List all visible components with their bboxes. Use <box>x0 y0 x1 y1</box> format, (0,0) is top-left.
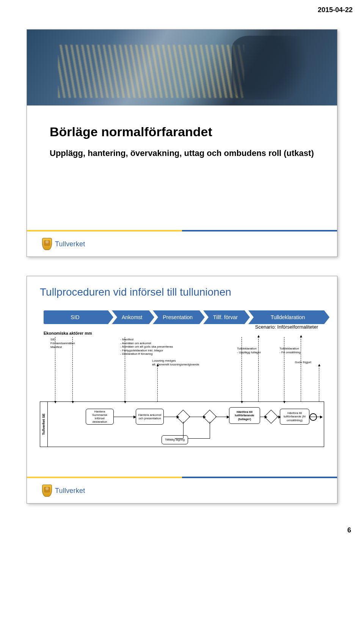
crest-icon <box>42 238 52 250</box>
ekon-aktorer-label: Ekonomiska aktörer mm <box>44 331 92 335</box>
dash-arrow-icon <box>72 337 73 401</box>
sid-text-stack: SID Förhandsanmälan Manifest <box>50 338 75 349</box>
process-box-2: Hantera ankomst och presentation <box>136 409 164 425</box>
manifest-text-stack: - Manifest - Anmälan om ankomst - Anmäla… <box>120 338 173 356</box>
gods-frigjord-text: Gods frigjort <box>295 361 311 364</box>
tulldek-right-stack: Tulldeklaration - Fri omsättning <box>279 347 301 354</box>
dash-arrow-icon <box>258 337 259 401</box>
chevron-tillf-forvar: Tillf. förvar <box>203 310 245 324</box>
slide-2: Tullproceduren vid införsel till tulluni… <box>27 276 337 504</box>
man-l1: - Manifest <box>120 338 173 342</box>
dash-arrow-icon <box>301 337 301 401</box>
flow-arrow-icon <box>277 417 281 417</box>
tdr-l1: Tulldeklaration <box>279 347 301 351</box>
dash-arrow-icon <box>125 337 125 401</box>
slide1-title: Börläge normalförfarandet <box>50 124 314 139</box>
lossning-text: Lossning medges alt. Generellt lossnings… <box>152 359 199 366</box>
slide1-hero-image <box>27 30 337 105</box>
chevron-sid: SID <box>44 310 108 324</box>
sid-l3: Manifest <box>50 345 75 349</box>
lane-label: Tullverket SE <box>40 402 48 447</box>
lane-label-text: Tullverket SE <box>42 414 46 435</box>
logo-text: Tullverket <box>55 240 85 248</box>
chevron-ankomst: Ankomst <box>112 310 149 324</box>
page-date: 2015-04-22 <box>0 0 364 18</box>
logo-text: Tullverket <box>55 487 85 495</box>
tullverket-logo: Tullverket <box>42 238 85 250</box>
flow-connector-icon <box>188 438 210 439</box>
flow-arrow-icon <box>309 417 322 417</box>
tdr-l2: - Fri omsättning <box>279 351 301 354</box>
flow-connector-icon <box>175 438 183 439</box>
end-event-icon <box>309 413 317 421</box>
flow-arrow-icon <box>164 417 179 417</box>
flow-connector-icon <box>183 422 184 438</box>
man-l4: - Fartygsdeklaration inkl. bilagor <box>120 349 173 353</box>
swimlane: Tullverket SE Hantera Summarisk införsel… <box>40 401 324 447</box>
slide2-body: Tullproceduren vid införsel till tulluni… <box>27 276 337 477</box>
flow-arrow-icon <box>189 417 206 417</box>
flow-arrow-icon <box>215 417 229 417</box>
process-box-1: Hantera Summarisk införsel deklaration <box>86 409 114 425</box>
process-box-3: Hänföra till tullförfarande (tullager) <box>229 407 260 424</box>
slide-1: Börläge normalförfarandet Upplägg, hante… <box>27 29 337 257</box>
flow-arrow-icon <box>260 417 267 417</box>
lane-content: Hantera Summarisk införsel deklaration H… <box>48 402 324 447</box>
crest-icon <box>42 485 52 497</box>
scenario-label: Scenario: Införselformaliteter <box>255 324 318 330</box>
man-l3: - Anmälan om att gods ska presenteras <box>120 345 173 349</box>
man-l5: - Deklaration tf förvaring <box>120 352 173 356</box>
diagram-area: Ekonomiska aktörer mm SID Förhandsanmäla… <box>40 332 324 457</box>
loss-l2: alt. Generellt lossningsmedgivande <box>152 363 199 367</box>
slide1-body: Börläge normalförfarandet Upplägg, hante… <box>27 105 337 230</box>
tulldek-left-stack: Tulldeklaration - Upplägg tullager <box>237 347 261 354</box>
sid-l1: SID <box>50 338 75 342</box>
dash-arrow-icon <box>319 366 319 401</box>
tdl-l1: Tulldeklaration <box>237 347 261 351</box>
dash-arrow-icon <box>242 337 242 401</box>
dash-arrow-icon <box>284 337 284 401</box>
page-number: 6 <box>0 523 364 542</box>
flow-arrow-icon <box>114 417 136 417</box>
chevron-tulldeklaration: Tulldeklaration <box>248 310 324 324</box>
chevron-presentation: Presentation <box>153 310 199 324</box>
tullverket-logo: Tullverket <box>42 485 85 497</box>
sid-l2: Förhandsanmälan <box>50 342 75 345</box>
slide2-title: Tullproceduren vid införsel till tulluni… <box>40 286 324 298</box>
process-chevron-row: SID Ankomst Presentation Tillf. förvar T… <box>40 310 324 325</box>
dash-arrow-icon <box>157 366 158 401</box>
slide1-subtitle: Upplägg, hantering, övervakning, uttag o… <box>50 148 314 159</box>
dash-arrow-icon <box>55 337 55 401</box>
flow-connector-icon <box>210 422 210 438</box>
tdl-l2: - Upplägg tullager <box>237 351 261 354</box>
process-box-4: Hänföra till tullförfarande (fri omsättn… <box>280 409 309 425</box>
man-l2: - Anmälan om ankomst <box>120 342 173 345</box>
slide1-footer: Tullverket <box>27 230 337 257</box>
slide2-footer: Tullverket <box>27 477 337 503</box>
process-box-tillfallig: Tillfällig lagring <box>162 435 188 444</box>
loss-l1: Lossning medges <box>152 359 199 363</box>
